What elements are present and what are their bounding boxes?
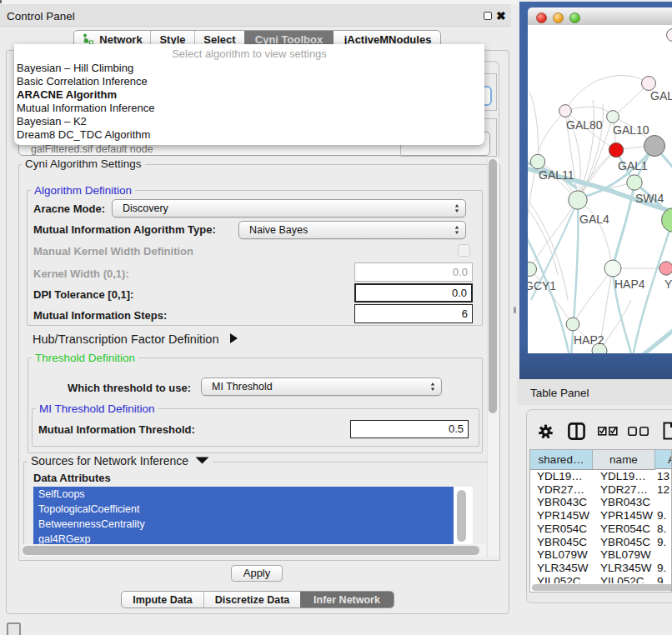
svg-text:HAP2: HAP2	[574, 333, 604, 347]
svg-text:HAP4: HAP4	[614, 278, 645, 291]
svg-text:GAL4: GAL4	[579, 212, 609, 226]
svg-text:Y: Y	[664, 278, 672, 291]
svg-text:GCY1: GCY1	[528, 279, 556, 292]
svg-text:SWI4: SWI4	[635, 192, 664, 205]
svg-text:GAL1: GAL1	[618, 159, 648, 172]
svg-text:GAL10: GAL10	[613, 123, 649, 137]
svg-text:GAL80: GAL80	[566, 118, 603, 132]
svg-text:GAL: GAL	[650, 89, 672, 102]
svg-text:GAL11: GAL11	[539, 168, 574, 182]
